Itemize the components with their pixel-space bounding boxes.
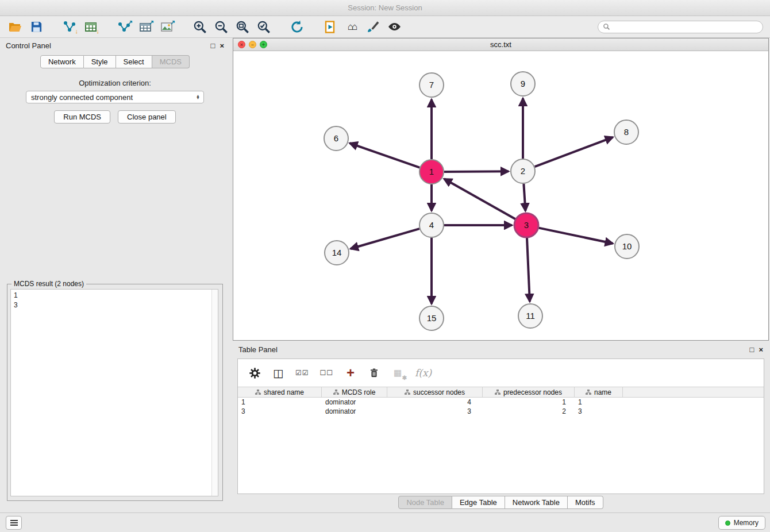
graph-edge[interactable] <box>527 238 530 302</box>
result-scrollbar[interactable] <box>211 290 218 496</box>
tab-node-table[interactable]: Node Table <box>398 496 452 509</box>
search-field[interactable] <box>598 21 763 33</box>
graph-node[interactable]: 10 <box>615 234 639 259</box>
table-panel-header: Table Panel □ × <box>233 342 769 356</box>
network-window-titlebar[interactable]: × − + scc.txt <box>233 38 768 51</box>
tab-motifs[interactable]: Motifs <box>568 496 603 509</box>
copy-view-icon[interactable] <box>322 19 338 35</box>
graph-node[interactable]: 3 <box>514 213 538 237</box>
home-icon[interactable]: ⌂⌂ <box>344 19 360 35</box>
column-header-mcds-role[interactable]: MCDS role <box>322 387 387 397</box>
status-bar: Memory <box>0 512 770 532</box>
graph-node[interactable]: 2 <box>511 159 535 183</box>
export-image-icon[interactable]: ↗ <box>159 19 175 35</box>
cell-predecessor-nodes[interactable]: 2 <box>483 407 575 415</box>
table-toolbar: ◫ ☑☑ ☐☐ + ▦✱ f(x) <box>238 359 764 387</box>
float-panel-icon[interactable]: □ <box>750 346 754 353</box>
tab-network[interactable]: Network <box>40 55 84 68</box>
graph-node[interactable]: 6 <box>324 126 348 151</box>
window-title: Session: New Session <box>348 3 422 12</box>
tab-edge-table[interactable]: Edge Table <box>452 496 505 509</box>
mcds-result-textarea[interactable]: 1 3 <box>10 289 218 496</box>
cell-name[interactable]: 3 <box>575 407 623 415</box>
tab-style[interactable]: Style <box>84 55 116 68</box>
zoom-selected-icon[interactable] <box>256 19 272 35</box>
column-header-shared-name[interactable]: shared name <box>238 387 322 397</box>
float-panel-icon[interactable]: □ <box>211 42 215 49</box>
graph-edge[interactable] <box>350 143 420 168</box>
svg-text:6: 6 <box>334 133 338 143</box>
settings-icon[interactable] <box>248 366 261 380</box>
close-panel-icon[interactable]: × <box>220 42 224 49</box>
tab-mcds[interactable]: MCDS <box>152 55 190 68</box>
window-minimize-icon[interactable]: − <box>249 41 256 48</box>
import-network-icon[interactable]: ↓ <box>61 19 78 35</box>
graph-edge[interactable] <box>351 229 419 249</box>
cell-mcds-role[interactable]: dominator <box>322 398 387 406</box>
svg-text:10: 10 <box>622 241 632 251</box>
app-window: Session: New Session ↓ ↓ ↗ ↗ ↗ <box>0 0 770 532</box>
graph-edge[interactable] <box>535 137 613 167</box>
column-header-name[interactable]: name <box>575 387 623 397</box>
cell-shared-name[interactable]: 1 <box>238 398 322 406</box>
style-brush-icon[interactable] <box>365 19 381 35</box>
export-network-icon[interactable]: ↗ <box>116 19 132 35</box>
optimization-criterion-label: Optimization criterion: <box>0 79 230 87</box>
cell-shared-name[interactable]: 3 <box>238 407 322 415</box>
table-row[interactable]: 1 dominator 4 1 1 <box>238 398 764 407</box>
column-header-successor-nodes[interactable]: successor nodes <box>387 387 483 397</box>
mcds-result-group: MCDS result (2 nodes) 1 3 <box>7 284 223 501</box>
column-header-predecessor-nodes[interactable]: predecessor nodes <box>483 387 575 397</box>
table-row[interactable]: 3 dominator 3 2 3 <box>238 407 764 416</box>
graph-node[interactable]: 15 <box>419 306 444 330</box>
add-column-icon[interactable]: + <box>344 366 357 380</box>
network-canvas[interactable]: 7968124314101511 <box>233 52 768 340</box>
graph-node[interactable]: 1 <box>419 160 444 184</box>
cell-predecessor-nodes[interactable]: 1 <box>483 398 575 406</box>
zoom-fit-icon[interactable] <box>234 19 251 35</box>
run-mcds-button[interactable]: Run MCDS <box>54 110 110 124</box>
export-table-icon[interactable]: ↗ <box>137 19 153 35</box>
window-titlebar: Session: New Session <box>0 0 770 16</box>
window-close-icon[interactable]: × <box>238 41 245 48</box>
graph-edge[interactable] <box>444 179 515 219</box>
criterion-dropdown[interactable]: strongly connected component ▲▼ <box>26 91 204 103</box>
graph-edge[interactable] <box>523 184 525 211</box>
import-arrow-icon: ↓ <box>75 28 79 34</box>
select-all-columns-icon[interactable]: ☑☑ <box>295 366 309 380</box>
save-session-icon[interactable] <box>28 19 44 35</box>
network-canvas-svg[interactable]: 7968124314101511 <box>233 52 768 340</box>
cell-mcds-role[interactable]: dominator <box>322 407 387 415</box>
cell-name[interactable]: 1 <box>575 398 623 406</box>
delete-column-icon[interactable] <box>368 366 380 380</box>
eye-icon[interactable] <box>386 19 402 35</box>
graph-edge[interactable] <box>444 171 509 172</box>
export-arrow-icon: ↗ <box>149 20 154 26</box>
open-session-icon[interactable] <box>7 19 23 35</box>
delete-table-icon: ▦✱ <box>391 366 404 380</box>
graph-edge[interactable] <box>539 228 613 244</box>
cell-successor-nodes[interactable]: 3 <box>387 407 483 415</box>
graph-node[interactable]: 7 <box>419 73 444 97</box>
status-menu-button[interactable] <box>6 516 22 530</box>
zoom-in-icon[interactable] <box>192 19 208 35</box>
graph-node[interactable]: 8 <box>614 120 638 144</box>
graph-node[interactable]: 14 <box>325 241 349 265</box>
refresh-icon[interactable] <box>289 19 305 35</box>
graph-node[interactable]: 11 <box>518 304 542 328</box>
import-table-icon[interactable]: ↓ <box>83 19 99 35</box>
show-columns-icon[interactable]: ◫ <box>272 366 284 380</box>
tab-network-table[interactable]: Network Table <box>505 496 568 509</box>
zoom-out-icon[interactable] <box>213 19 229 35</box>
search-input[interactable] <box>613 23 758 31</box>
memory-button[interactable]: Memory <box>718 516 765 530</box>
graph-node[interactable]: 9 <box>511 72 535 96</box>
window-maximize-icon[interactable]: + <box>260 41 267 48</box>
tab-select[interactable]: Select <box>116 55 152 68</box>
export-arrow-icon: ↗ <box>128 20 133 26</box>
graph-node[interactable]: 4 <box>419 213 444 237</box>
close-panel-button[interactable]: Close panel <box>118 110 176 124</box>
cell-successor-nodes[interactable]: 4 <box>387 398 483 406</box>
deselect-all-columns-icon[interactable]: ☐☐ <box>320 366 334 380</box>
close-panel-icon[interactable]: × <box>759 346 763 353</box>
